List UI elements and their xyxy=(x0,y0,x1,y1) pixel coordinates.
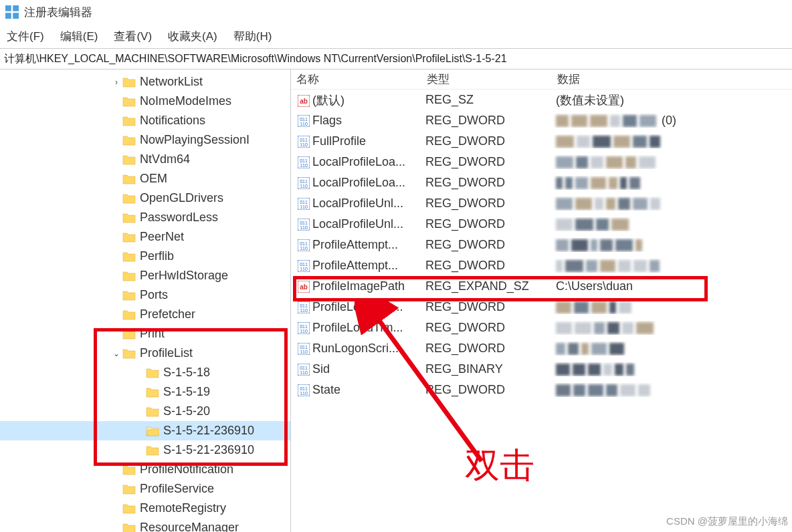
tree-item[interactable]: NowPlayingSessionI xyxy=(0,130,290,150)
folder-icon xyxy=(146,387,159,398)
folder-icon xyxy=(122,116,136,126)
list-row[interactable]: ProfileAttempt...REG_DWORD xyxy=(291,235,792,255)
tree-item[interactable]: Prefetcher xyxy=(0,305,290,324)
list-row[interactable]: (默认)REG_SZ(数值未设置) xyxy=(291,90,792,110)
string-value-icon xyxy=(298,281,310,293)
tree-item[interactable]: PeerNet xyxy=(0,227,290,247)
list-row[interactable]: ProfileAttempt...REG_DWORD xyxy=(291,255,792,276)
tree-label: Print xyxy=(140,327,165,341)
folder-icon xyxy=(122,329,136,340)
cell-name: LocalProfileUnl... xyxy=(312,217,403,231)
list-row[interactable]: RunLogonScri...REG_DWORD xyxy=(291,338,792,359)
tree-item[interactable]: NtVdm64 xyxy=(0,150,290,169)
tree-label: NetworkList xyxy=(140,75,203,89)
regedit-icon xyxy=(5,5,19,19)
folder-icon xyxy=(122,271,136,281)
tree-label: Ports xyxy=(140,288,168,302)
menu-help[interactable]: 帮助(H) xyxy=(233,29,272,44)
titlebar: 注册表编辑器 xyxy=(0,0,792,24)
cell-type: REG_DWORD xyxy=(421,259,552,273)
tree-label: S-1-5-18 xyxy=(163,366,210,380)
col-type[interactable]: 类型 xyxy=(421,72,552,87)
menu-file[interactable]: 文件(F) xyxy=(7,29,44,44)
expander-icon[interactable]: ⌄ xyxy=(110,349,122,358)
folder-icon xyxy=(146,406,159,417)
tree-label: ProfileList xyxy=(140,346,193,360)
list-view[interactable]: 名称 类型 数据 (默认)REG_SZ(数值未设置)FlagsREG_DWORD… xyxy=(291,70,792,532)
tree-item[interactable]: S-1-5-19 xyxy=(0,382,290,402)
tree-item[interactable]: RemoteRegistry xyxy=(0,499,290,518)
cell-type: REG_DWORD xyxy=(421,114,552,128)
tree-item[interactable]: ProfileService xyxy=(0,479,290,499)
tree-label: RemoteRegistry xyxy=(140,501,226,515)
list-row[interactable]: FullProfileREG_DWORD xyxy=(291,131,792,152)
tree-item[interactable]: Print xyxy=(0,324,290,344)
tree-item[interactable]: PasswordLess xyxy=(0,208,290,227)
cell-name: Flags xyxy=(312,114,342,127)
cell-type: REG_BINARY xyxy=(421,362,552,376)
col-data[interactable]: 数据 xyxy=(552,72,792,87)
tree-item[interactable]: ResourceManager xyxy=(0,518,290,532)
tree-item[interactable]: OEM xyxy=(0,169,290,188)
tree-item[interactable]: NoImeModeImes xyxy=(0,92,290,111)
tree-item[interactable]: S-1-5-21-236910 xyxy=(0,421,290,440)
cell-name: LocalProfileLoa... xyxy=(312,176,405,189)
tree-label: S-1-5-21-236910 xyxy=(163,443,254,457)
window-title: 注册表编辑器 xyxy=(24,5,92,20)
list-row[interactable]: LocalProfileLoa...REG_DWORD xyxy=(291,152,792,172)
list-row[interactable]: LocalProfileUnl...REG_DWORD xyxy=(291,214,792,235)
tree-label: PasswordLess xyxy=(140,211,218,225)
svg-rect-1 xyxy=(13,5,19,11)
tree-item[interactable]: S-1-5-21-236910 xyxy=(0,440,290,460)
cell-type: REG_DWORD xyxy=(421,217,552,231)
tree-item[interactable]: Perflib xyxy=(0,247,290,266)
list-row[interactable]: StateREG_DWORD xyxy=(291,380,792,400)
tree-item[interactable]: ⌄ProfileList xyxy=(0,344,290,363)
folder-icon xyxy=(122,464,136,475)
folder-icon xyxy=(122,193,136,204)
string-value-icon xyxy=(298,95,310,107)
tree-label: PerHwIdStorage xyxy=(140,269,228,283)
cell-data xyxy=(556,196,663,210)
tree-view[interactable]: ›NetworkListNoImeModeImesNotificationsNo… xyxy=(0,70,291,532)
cell-data: (0) xyxy=(556,114,676,127)
cell-type: REG_DWORD xyxy=(421,196,552,211)
tree-item[interactable]: S-1-5-20 xyxy=(0,402,290,421)
folder-icon xyxy=(122,154,136,165)
menu-view[interactable]: 查看(V) xyxy=(114,29,152,44)
list-row[interactable]: LocalProfileLoa...REG_DWORD xyxy=(291,172,792,193)
list-row[interactable]: ProfileImagePathREG_EXPAND_SZC:\Users\du… xyxy=(291,276,792,297)
tree-item[interactable]: OpenGLDrivers xyxy=(0,188,290,208)
folder-icon xyxy=(146,426,159,436)
cell-data xyxy=(556,176,643,189)
tree-label: S-1-5-19 xyxy=(163,385,210,399)
folder-icon xyxy=(122,96,136,107)
cell-type: REG_DWORD xyxy=(421,176,552,190)
tree-item[interactable]: ProfileNotification xyxy=(0,460,290,479)
cell-type: REG_DWORD xyxy=(421,134,552,148)
list-row[interactable]: FlagsREG_DWORD(0) xyxy=(291,110,792,131)
folder-icon xyxy=(122,309,136,320)
expander-icon[interactable]: › xyxy=(110,78,122,87)
col-name[interactable]: 名称 xyxy=(291,72,421,87)
list-row[interactable]: LocalProfileUnl...REG_DWORD xyxy=(291,193,792,214)
list-row[interactable]: ProfileLoadTim...REG_DWORD xyxy=(291,317,792,338)
binary-value-icon xyxy=(298,343,310,355)
tree-label: Perflib xyxy=(140,249,174,263)
tree-item[interactable]: Ports xyxy=(0,285,290,305)
tree-label: NowPlayingSessionI xyxy=(140,133,250,147)
tree-item[interactable]: Notifications xyxy=(0,111,290,130)
menu-edit[interactable]: 编辑(E) xyxy=(60,29,98,44)
address-bar[interactable]: 计算机\HKEY_LOCAL_MACHINE\SOFTWARE\Microsof… xyxy=(0,48,792,70)
svg-rect-0 xyxy=(5,5,11,11)
cell-data xyxy=(556,362,637,376)
menu-favorites[interactable]: 收藏夹(A) xyxy=(168,29,217,44)
cell-type: REG_DWORD xyxy=(421,155,552,169)
binary-value-icon xyxy=(298,177,310,189)
list-row[interactable]: SidREG_BINARY xyxy=(291,359,792,380)
tree-label: OpenGLDrivers xyxy=(140,191,223,205)
tree-item[interactable]: PerHwIdStorage xyxy=(0,266,290,285)
tree-item[interactable]: ›NetworkList xyxy=(0,72,290,92)
list-row[interactable]: ProfileLoadTim...REG_DWORD xyxy=(291,297,792,317)
tree-item[interactable]: S-1-5-18 xyxy=(0,363,290,382)
